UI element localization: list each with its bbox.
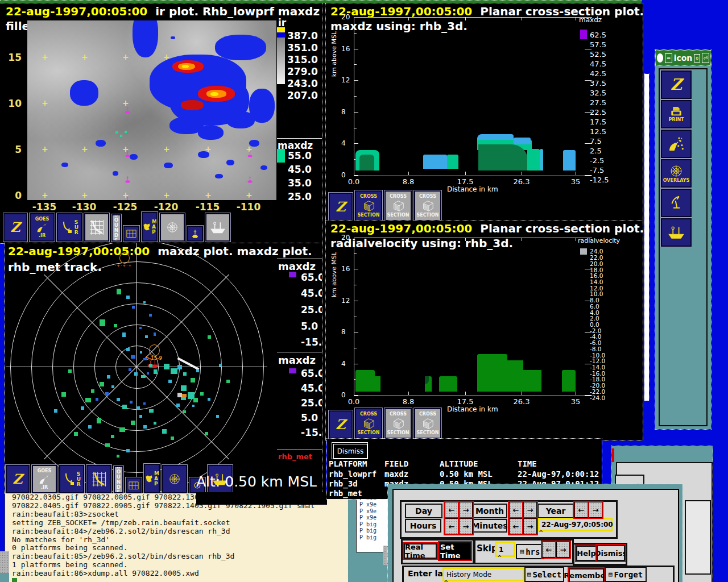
cross-section-2-button[interactable]: CROSSSECTION <box>384 408 412 439</box>
remember-button[interactable]: Remember <box>569 568 604 582</box>
terminal-window[interactable]: 970822.0305.gif 970822.0805.gif 970822.1… <box>5 493 387 582</box>
help-button[interactable]: Help <box>576 546 597 561</box>
forget-button[interactable]: ▤Forget <box>605 567 647 582</box>
real-time-button[interactable]: Real Time <box>404 543 437 559</box>
year-step-back-button[interactable]: ← <box>574 502 588 518</box>
colorbar-tick-label: -7.5 <box>590 165 604 174</box>
tick <box>354 112 358 113</box>
buoy-button[interactable] <box>187 226 203 242</box>
grid-button[interactable] <box>123 226 139 242</box>
overlay-web-button[interactable] <box>160 213 185 242</box>
web-icon <box>168 473 181 485</box>
cross-section-3-button[interactable]: CROSSSECTION <box>414 408 441 439</box>
ir-toolbar: ZGOES.IRSURBOUNDSMAP <box>3 213 230 242</box>
set-time-button[interactable]: Set Time <box>439 542 471 560</box>
overlays-button[interactable]: OVERLAYS <box>661 159 692 188</box>
zeb-logo-button[interactable]: Z <box>329 193 353 221</box>
hours-button[interactable]: Hours <box>405 519 441 533</box>
hours-step-back-button[interactable]: ← <box>445 518 458 534</box>
grid-button[interactable] <box>126 477 142 493</box>
hidden-window-scrollbar[interactable] <box>644 74 649 401</box>
icon-window-titlebar[interactable]: ≡ icon o ⏎ <box>655 50 711 66</box>
minutes-step-back-button[interactable]: ← <box>509 518 523 534</box>
label-field[interactable]: History Mode <box>442 567 524 581</box>
zeb-logo-button[interactable]: Z <box>6 465 30 493</box>
map-button[interactable]: MAP <box>142 212 158 242</box>
date-field[interactable]: 22-Aug-97,0:05:00 <box>537 518 613 531</box>
print-button[interactable]: PRINT <box>661 100 692 128</box>
colorbar-tick-label: -24.0 <box>590 394 605 401</box>
axis-tick-label: 35 <box>571 177 581 186</box>
goes-ir-button[interactable]: GOES.IR <box>30 213 55 242</box>
window-menu-button[interactable]: ≡ <box>665 53 672 63</box>
grid-radar-button[interactable] <box>84 213 109 242</box>
axis-tick-label: 4 <box>341 360 346 368</box>
buoy-marker-icon <box>246 174 254 185</box>
window-minimize-button[interactable]: o <box>694 54 700 63</box>
tick <box>354 128 357 128</box>
zeb-logo-button[interactable]: Z <box>3 213 27 242</box>
zeb-logo-button[interactable]: Z <box>329 410 353 439</box>
terminal-corner <box>0 573 9 582</box>
day-button[interactable]: Day <box>405 504 442 518</box>
month-step-back-button[interactable]: ← <box>509 502 523 518</box>
satbeam-icon <box>668 135 685 152</box>
buoy-marker-icon <box>124 149 131 160</box>
radar-cell <box>131 421 135 425</box>
month-step-forward-button[interactable]: → <box>523 502 537 518</box>
radar-cell <box>191 378 195 383</box>
cross-section-1-button[interactable]: CROSSSECTION <box>355 408 382 439</box>
year-button[interactable]: Year <box>537 504 574 518</box>
skip-step-forward-button[interactable]: → <box>556 542 570 558</box>
axis-tick-label: 5 <box>2 144 22 155</box>
ship-button[interactable] <box>205 213 230 242</box>
radialvelocity-colorbar: 24.022.020.018.016.014.012.010.08.06.04.… <box>580 248 587 401</box>
minutes-button[interactable]: Minutes <box>472 519 507 533</box>
window-restore-button[interactable]: ⏎ <box>702 53 709 63</box>
dish-icon <box>60 221 74 234</box>
month-button[interactable]: Month <box>472 504 507 518</box>
terminal-scrollbar[interactable] <box>0 551 9 573</box>
dismiss-button[interactable]: Dismiss <box>332 442 368 459</box>
day-step-forward-button[interactable]: → <box>459 502 473 518</box>
select-button[interactable]: ▤Select <box>524 567 564 582</box>
cross-section-1-sublabel: SECTION <box>357 430 379 435</box>
zeb-logo-button[interactable]: Z <box>661 70 692 99</box>
bounds-button[interactable]: BOUNDS <box>114 466 123 493</box>
divider <box>277 450 322 450</box>
skip-step-back-button[interactable]: ← <box>542 542 556 558</box>
ship-position-ring <box>149 344 160 356</box>
radar-cell <box>88 425 92 429</box>
dish-icon <box>63 472 76 486</box>
hours-step-forward-button[interactable]: → <box>459 518 473 534</box>
dialog-dismiss-button[interactable]: Dismiss <box>597 545 625 561</box>
day-step-back-button[interactable]: ← <box>445 502 458 518</box>
surface-radar-button[interactable]: SUR <box>59 465 84 493</box>
surface-radar-button[interactable]: SUR <box>57 213 82 242</box>
overlay-web-button[interactable] <box>162 465 187 493</box>
cross-section-1-button[interactable]: CROSSSECTION <box>355 190 382 221</box>
map-button[interactable]: MAP <box>144 464 160 493</box>
goes-ir-button[interactable]: GOES.IR <box>32 465 57 493</box>
window-button-icon[interactable] <box>657 53 663 63</box>
year-step-forward-button[interactable]: → <box>589 502 602 518</box>
cross-section-3-button[interactable]: CROSSSECTION <box>414 190 441 221</box>
print-label: PRINT <box>668 117 684 122</box>
grid-cross: + <box>163 190 170 199</box>
minutes-step-forward-button[interactable]: → <box>523 518 537 534</box>
colorbar-tick-label: 22.5 <box>590 107 606 116</box>
bounds-button[interactable]: BOUNDS <box>111 214 121 242</box>
radar-antenna-button[interactable] <box>661 189 692 217</box>
maxdz-colorbar-title-2: maxdz <box>278 354 316 366</box>
grid-radar-button[interactable] <box>86 465 111 493</box>
ir-band <box>277 27 285 32</box>
satellite-button[interactable] <box>661 130 692 158</box>
contour-blob <box>447 155 458 169</box>
ship-button[interactable] <box>661 218 692 247</box>
colorbar-tick-label: 55.0 <box>288 150 312 161</box>
buoy-marker-icon <box>246 149 254 160</box>
cross-section-2-button[interactable]: CROSSSECTION <box>384 190 412 221</box>
radar-cell <box>219 364 222 367</box>
skip-units-button[interactable]: ▤hrs <box>516 544 544 559</box>
axis-tick-label: 4 <box>341 139 346 147</box>
